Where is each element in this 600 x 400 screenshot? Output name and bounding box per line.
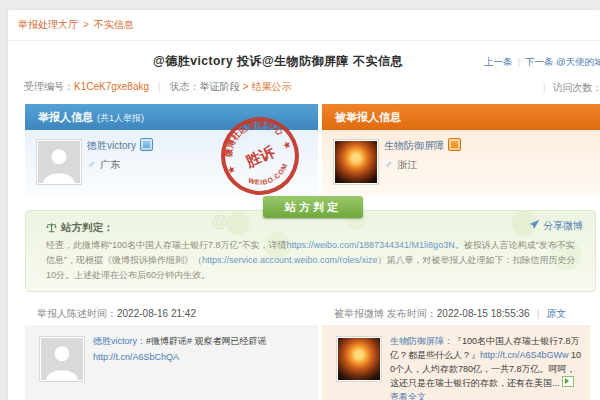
- scale-icon: [46, 222, 57, 233]
- statement-text: #微博辟谣# 观察者网已经辟谣: [146, 336, 267, 346]
- reporter-name-link[interactable]: 德胜victory: [87, 140, 136, 151]
- meta-divider: |: [158, 81, 161, 92]
- verdict-rules-link[interactable]: https://service.account.weibo.com/roles/…: [202, 255, 378, 265]
- verdict-box: @ 站方判定： 分享微博 经查，此微博称“100名中国人存瑞士银行7.8万亿”不…: [25, 210, 596, 292]
- person-placeholder-icon: [38, 141, 80, 183]
- fiery-lion-avatar-image: [335, 141, 377, 183]
- reported-panel-header: 被举报人信息: [322, 104, 600, 130]
- case-meta: 受理编号：K1CeK7gxe8akg|状态：举证阶段>结果公示: [24, 80, 292, 94]
- verdict-heading-text: 站方判定：: [61, 221, 114, 233]
- site-verdict-button[interactable]: 站方判定: [263, 196, 363, 218]
- statement-time-label: 举报人陈述时间：: [37, 308, 117, 319]
- breadcrumb-divider: [8, 40, 600, 41]
- share-arrow-icon: [529, 219, 540, 230]
- reporter-region: 广东: [100, 159, 120, 170]
- reporter-statement-box: 德胜victory：#微博辟谣# 观察者网已经辟谣 http://t.cn/A6…: [25, 325, 318, 400]
- next-case-link[interactable]: 下一条 @天使的城电...: [525, 56, 600, 67]
- reported-panel-body: 生物防御屏障 ♂浙江: [322, 130, 600, 196]
- vip-badge-icon: [448, 138, 461, 151]
- decor-at-icon: @: [212, 213, 228, 231]
- visits-divider: |: [543, 82, 546, 93]
- male-gender-icon: ♂: [87, 158, 95, 170]
- reported-panel-title: 被举报人信息: [335, 111, 401, 123]
- reported-post-short-link[interactable]: http://t.cn/A6S4bGWw: [480, 350, 569, 360]
- reported-avatar[interactable]: [333, 139, 379, 185]
- original-post-time-row: 被举报微博 发布时间：2022-08-15 18:55:36|原文: [334, 307, 566, 321]
- case-number-label: 受理编号：: [24, 81, 74, 92]
- fulltext-page-icon: [562, 376, 574, 387]
- original-post-divider: |: [537, 308, 540, 319]
- verdict-text-part1: 经查，此微博称“100名中国人存瑞士银行7.8万亿”不实，详情: [46, 240, 287, 250]
- statement-content: 德胜victory：#微博辟谣# 观察者网已经辟谣 http://t.cn/A6…: [93, 334, 310, 364]
- reported-post-content: 生物防御屏障：『100名中国人存瑞士银行7.8万亿？都是些什么人？』http:/…: [390, 334, 582, 400]
- share-weibo-link[interactable]: 分享微博: [529, 219, 583, 233]
- member-badge-icon: [140, 138, 153, 151]
- status-result: 结果公示: [252, 81, 292, 92]
- original-post-time-label: 被举报微博 发布时间：: [334, 308, 437, 319]
- status-arrow-icon: >: [243, 81, 249, 92]
- fiery-lion-avatar-image: [338, 338, 380, 380]
- breadcrumb-root-link[interactable]: 举报处理大厅: [18, 19, 78, 30]
- statement-time-value: 2022-08-16 21:42: [117, 308, 196, 319]
- view-fulltext-link[interactable]: 查看全文: [390, 392, 426, 400]
- breadcrumb: 举报处理大厅>不实信息: [18, 18, 134, 32]
- reported-panel: 被举报人信息 生物防御屏障 ♂浙江: [322, 104, 600, 196]
- verdict-text: 经查，此微博称“100名中国人存瑞士银行7.8万亿”不实，详情https://w…: [46, 238, 578, 283]
- statement-avatar: [39, 336, 85, 382]
- page-title: @德胜victory 投诉@生物防御屏障 不实信息: [0, 53, 556, 70]
- person-placeholder-icon: [41, 338, 83, 380]
- breadcrumb-current: 不实信息: [94, 19, 134, 30]
- case-pager: 上一条|下一条 @天使的城电...: [484, 56, 600, 69]
- original-post-time-value: 2022-08-15 18:55:36: [437, 308, 530, 319]
- statement-short-link[interactable]: http://t.cn/A6SbChQA: [93, 350, 310, 364]
- reporter-avatar[interactable]: [36, 139, 82, 185]
- original-post-source-link[interactable]: 原文: [546, 308, 566, 319]
- reporter-count-note: (共1人举报): [97, 113, 144, 123]
- report-hall-page: 举报处理大厅>不实信息 @德胜victory 投诉@生物防御屏障 不实信息 上一…: [0, 0, 600, 400]
- verdict-heading: 站方判定：: [46, 221, 114, 235]
- stamp-center-text: 胜诉: [243, 143, 278, 170]
- share-weibo-label: 分享微博: [543, 220, 583, 231]
- prev-case-link[interactable]: 上一条: [484, 56, 513, 67]
- visit-count-label: 访问次数：: [553, 82, 600, 93]
- reported-post-author-name: 生物防御屏障：: [390, 336, 453, 346]
- reporter-panel-title: 举报人信息: [38, 111, 93, 123]
- status-label: 状态：: [170, 81, 200, 92]
- male-gender-icon: ♂: [384, 158, 392, 170]
- case-number-value: K1CeK7gxe8akg: [74, 81, 149, 92]
- reported-name-link[interactable]: 生物防御屏障: [384, 140, 444, 151]
- status-stage: 举证阶段: [200, 81, 240, 92]
- visit-count: |访问次数：4: [543, 81, 600, 95]
- reported-region: 浙江: [397, 159, 417, 170]
- reported-post-avatar: [336, 336, 382, 382]
- breadcrumb-separator: >: [83, 19, 89, 30]
- reported-post-box: 生物防御屏障：『100名中国人存瑞士银行7.8万亿？都是些什么人？』http:/…: [322, 325, 590, 400]
- statement-time-row: 举报人陈述时间：2022-08-16 21:42: [37, 307, 196, 321]
- statement-author-name: 德胜victory：: [93, 336, 146, 346]
- verdict-evidence-link[interactable]: https://weibo.com/1887344341/M1li8go3N: [287, 240, 455, 250]
- pager-divider: |: [518, 56, 520, 67]
